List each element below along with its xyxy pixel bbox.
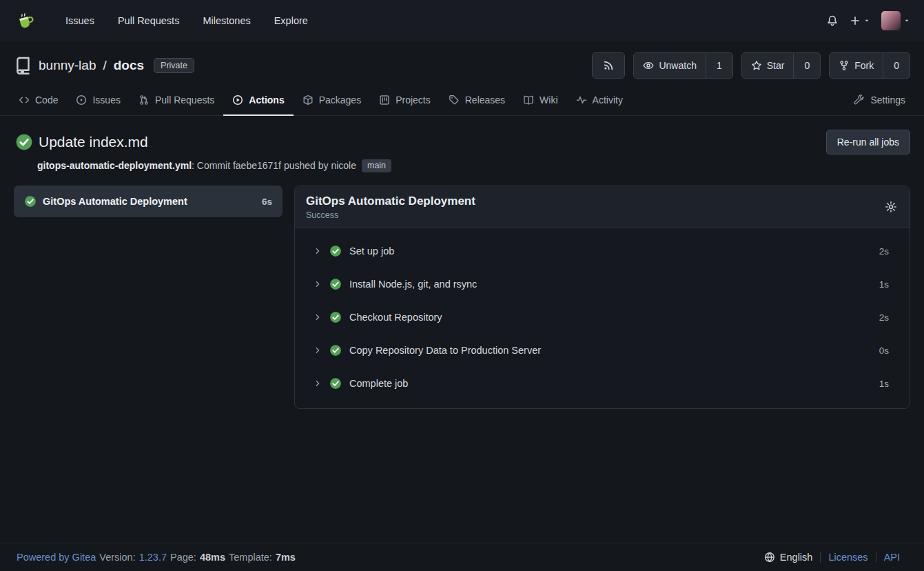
version-link[interactable]: 1.23.7 — [139, 552, 167, 563]
plus-icon — [850, 15, 861, 26]
tab-wiki[interactable]: Wiki — [514, 87, 566, 116]
job-success-check-icon — [24, 195, 37, 208]
tab-packages[interactable]: Packages — [294, 87, 370, 116]
tab-issues[interactable]: Issues — [67, 87, 129, 116]
run-title-row: Update index.md Re-run all jobs — [14, 130, 910, 154]
nav-item-explore[interactable]: Explore — [263, 9, 320, 32]
step-row[interactable]: Install Node.js, git, and rsync 1s — [295, 268, 910, 301]
star-button[interactable]: Star — [742, 53, 794, 78]
tab-code[interactable]: Code — [10, 87, 67, 116]
tab-projects[interactable]: Projects — [370, 87, 440, 116]
repo-title-row: bunny-lab / docs Private Unwatch 1 Star — [0, 48, 924, 87]
forks-count[interactable]: 0 — [883, 53, 910, 78]
tab-pull-requests[interactable]: Pull Requests — [130, 87, 223, 116]
bell-icon — [826, 14, 839, 27]
tab-label: Releases — [465, 94, 505, 106]
step-success-check-icon — [329, 377, 342, 390]
step-name: Checkout Repository — [349, 312, 442, 323]
job-options-button[interactable] — [885, 201, 897, 213]
step-row[interactable]: Set up job 2s — [295, 234, 910, 268]
nav-item-pull-requests[interactable]: Pull Requests — [106, 9, 191, 32]
star-icon — [751, 60, 762, 71]
template-time-value: 7ms — [276, 552, 296, 563]
stars-count[interactable]: 0 — [793, 53, 820, 78]
repo-actions: Unwatch 1 Star 0 Fork 0 — [592, 52, 910, 79]
nav-left: Issues Pull Requests Milestones Explore — [15, 9, 320, 32]
step-name: Complete job — [349, 378, 408, 389]
fork-button[interactable]: Fork — [830, 53, 883, 78]
step-duration: 2s — [879, 312, 889, 323]
actions-run-view: Update index.md Re-run all jobs gitops-a… — [0, 116, 924, 543]
powered-by-gitea-link[interactable]: Powered by Gitea — [17, 552, 96, 563]
tab-actions[interactable]: Actions — [223, 87, 293, 116]
avatar — [881, 11, 901, 30]
page-footer: Powered by Gitea Version: 1.23.7 Page: 4… — [0, 543, 924, 571]
step-success-check-icon — [329, 278, 342, 290]
step-duration: 0s — [879, 345, 889, 356]
tab-settings[interactable]: Settings — [845, 87, 914, 116]
step-duration: 1s — [879, 379, 889, 389]
language-selector[interactable]: English — [764, 552, 821, 563]
package-icon — [302, 94, 314, 106]
job-panel-header-text: GitOps Automatic Deployment Success — [306, 194, 475, 220]
globe-icon — [764, 552, 775, 563]
pull-request-icon — [138, 94, 150, 106]
watchers-count[interactable]: 1 — [706, 53, 732, 78]
tab-activity[interactable]: Activity — [567, 87, 632, 116]
page-time-label: Page: — [170, 552, 196, 563]
tab-label: Activity — [593, 94, 623, 106]
nav-item-milestones[interactable]: Milestones — [191, 9, 262, 32]
run-body: GitOps Automatic Deployment 6s GitOps Au… — [14, 186, 910, 409]
tab-releases[interactable]: Releases — [440, 87, 514, 116]
caret-down-icon — [863, 17, 870, 24]
unwatch-button[interactable]: Unwatch — [634, 53, 705, 78]
chevron-right-icon[interactable] — [314, 346, 322, 354]
job-panel-header: GitOps Automatic Deployment Success — [295, 186, 910, 228]
tab-label: Issues — [92, 94, 120, 106]
tab-label: Packages — [319, 94, 361, 106]
chevron-right-icon[interactable] — [314, 313, 322, 321]
api-link[interactable]: API — [876, 552, 907, 563]
chevron-right-icon[interactable] — [314, 280, 322, 288]
rerun-all-jobs-button[interactable]: Re-run all jobs — [826, 130, 910, 154]
step-name: Set up job — [349, 246, 394, 257]
chevron-right-icon[interactable] — [314, 247, 322, 255]
tab-label: Settings — [870, 94, 905, 106]
licenses-link[interactable]: Licenses — [820, 552, 875, 563]
branch-badge[interactable]: main — [362, 159, 391, 172]
repo-name-link[interactable]: docs — [114, 58, 144, 73]
step-row[interactable]: Copy Repository Data to Production Serve… — [295, 334, 910, 367]
unwatch-label: Unwatch — [659, 60, 696, 71]
nav-item-issues[interactable]: Issues — [54, 9, 106, 32]
watch-button-group: Unwatch 1 — [633, 52, 732, 79]
chevron-right-icon[interactable] — [314, 379, 322, 388]
step-row[interactable]: Checkout Repository 2s — [295, 301, 910, 334]
tools-icon — [854, 94, 865, 106]
caret-down-icon — [903, 17, 910, 24]
create-new-button[interactable] — [850, 15, 870, 26]
job-list-item[interactable]: GitOps Automatic Deployment 6s — [14, 186, 283, 217]
code-icon — [19, 94, 30, 106]
project-board-icon — [379, 94, 390, 106]
gitea-logo[interactable] — [15, 10, 37, 32]
workflow-file-link[interactable]: gitops-automatic-deployment.yml — [37, 160, 192, 171]
visibility-badge: Private — [154, 58, 194, 73]
pulse-icon — [576, 94, 587, 106]
star-button-group: Star 0 — [741, 52, 821, 79]
step-success-check-icon — [329, 311, 342, 323]
gitea-logo-icon — [15, 10, 37, 32]
repo-header: bunny-lab / docs Private Unwatch 1 Star — [0, 41, 924, 116]
step-list: Set up job 2s Install Node.js, git, and … — [295, 228, 910, 408]
step-name: Install Node.js, git, and rsync — [349, 279, 477, 290]
notifications-button[interactable] — [826, 14, 839, 27]
repo-tabs: Code Issues Pull Requests Actions Packag… — [0, 87, 924, 116]
repo-owner-link[interactable]: bunny-lab — [39, 58, 96, 73]
play-circle-icon — [232, 94, 243, 106]
user-menu-button[interactable] — [881, 11, 910, 30]
step-row[interactable]: Complete job 1s — [295, 367, 910, 400]
run-subtitle: gitops-automatic-deployment.yml: Commit … — [37, 159, 910, 172]
fork-icon — [839, 60, 850, 71]
job-name: GitOps Automatic Deployment — [43, 196, 256, 207]
eye-icon — [643, 60, 654, 71]
rss-button[interactable] — [593, 53, 624, 78]
